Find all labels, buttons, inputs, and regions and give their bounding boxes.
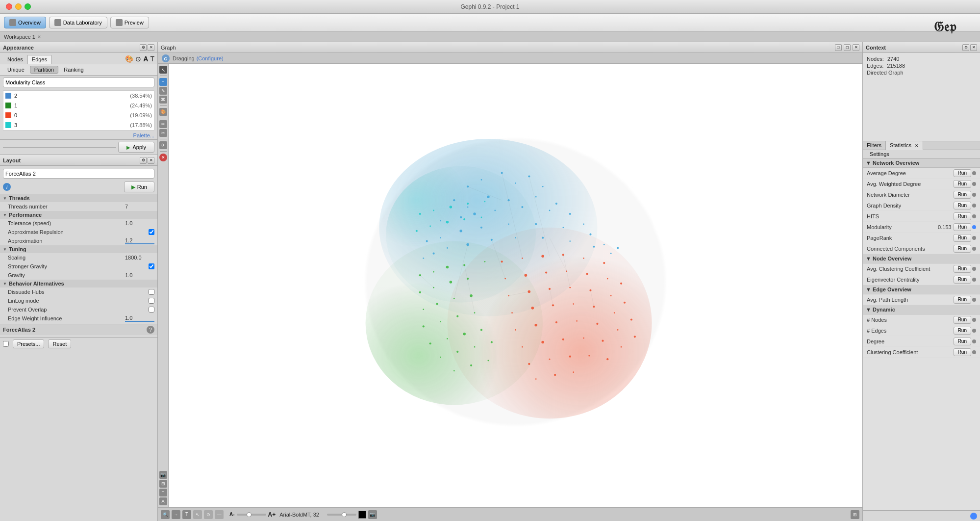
apply-button[interactable]: ▶ Apply [118, 142, 154, 153]
modularity-run-btn[interactable]: Run [954, 223, 971, 231]
dissuade-hubs-checkbox[interactable] [149, 289, 154, 295]
color-item-2[interactable]: 2 (38.54%) [3, 91, 154, 101]
paint-tool[interactable]: 🎨 [159, 108, 167, 116]
node-tool[interactable]: ⊙ [204, 510, 213, 519]
prevent-overlap-row: Prevent Overlap [0, 305, 157, 314]
svg-point-100 [573, 303, 574, 305]
layout-settings-btn[interactable]: ⚙ [140, 157, 147, 164]
color-item-0[interactable]: 0 (19.09%) [3, 110, 154, 120]
avg-weighted-degree-run-btn[interactable]: Run [954, 180, 971, 188]
font-selector[interactable]: Arial-BoldMT, 32 [277, 512, 321, 518]
text-label-tool[interactable]: T [182, 510, 191, 519]
magnify-tool[interactable]: 🔍 [161, 510, 170, 519]
grid-tool[interactable]: ⊞ [159, 480, 167, 488]
minimize-button[interactable] [15, 3, 22, 10]
svg-point-111 [522, 346, 523, 348]
avg-degree-row: Average Degree Run [863, 168, 980, 179]
tab-nodes[interactable]: Nodes [3, 55, 27, 64]
overview-button[interactable]: Overview [4, 17, 46, 28]
workspace-tab[interactable]: Workspace 1 ✕ [4, 34, 41, 40]
text-tool[interactable]: T [159, 489, 167, 496]
size-icon[interactable]: ⊙ [135, 55, 141, 63]
subtab-ranking[interactable]: Ranking [59, 66, 88, 74]
linlog-checkbox[interactable] [149, 298, 154, 304]
zoom-in-tool[interactable]: + [159, 78, 167, 86]
avg-path-run-btn[interactable]: Run [954, 296, 971, 304]
reset-button[interactable]: Reset [48, 339, 71, 348]
workspace-tab-close[interactable]: ✕ [37, 34, 41, 39]
stronger-gravity-checkbox[interactable] [149, 263, 154, 269]
graph-close-btn[interactable]: ✕ [853, 44, 859, 51]
hits-run-btn[interactable]: Run [954, 212, 971, 220]
color-picker[interactable] [358, 511, 366, 519]
connected-components-run-btn[interactable]: Run [954, 245, 971, 253]
layout-close-btn[interactable]: ✕ [148, 157, 154, 164]
pagerank-run-btn[interactable]: Run [954, 234, 971, 242]
layout-algorithm-dropdown[interactable]: ForceAtlas 2 [3, 169, 154, 179]
context-section: Nodes: 2740 Edges: 215188 Directed Graph [863, 53, 980, 141]
stats-tab-close[interactable]: ✕ [915, 143, 919, 148]
arrow-tool[interactable]: → [172, 510, 180, 519]
presets-button[interactable]: Presets... [13, 339, 44, 348]
tab-filters[interactable]: Filters [863, 141, 886, 150]
degree-run-btn[interactable]: Run [954, 338, 971, 345]
erase-tool[interactable]: ✂ [159, 129, 167, 137]
configure-link[interactable]: (Configure) [197, 55, 224, 61]
num-nodes-run-btn[interactable]: Run [954, 316, 971, 324]
appearance-settings-btn[interactable]: ⚙ [140, 44, 147, 51]
avg-clustering-run-btn[interactable]: Run [954, 265, 971, 273]
subtab-partition[interactable]: Partition [30, 66, 58, 74]
palette-link[interactable]: Palette... [0, 131, 157, 139]
info-icon[interactable]: i [3, 183, 11, 191]
reset-tool[interactable]: ✕ [159, 154, 167, 161]
fullscreen-btn[interactable]: ⊞ [851, 510, 859, 519]
layout-dropdown-row: ForceAtlas 2 [0, 168, 157, 181]
graph-density-run-btn[interactable]: Run [954, 202, 971, 209]
tool-separator-3 [160, 118, 167, 118]
maximize-button[interactable] [25, 3, 31, 10]
appearance-close-btn[interactable]: ✕ [148, 44, 154, 51]
approx-repulsion-checkbox[interactable] [149, 229, 154, 235]
label-size-icon[interactable]: T [150, 55, 154, 63]
edge-tool[interactable]: — [215, 510, 224, 519]
prevent-overlap-checkbox[interactable] [149, 307, 154, 313]
label-icon[interactable]: A [143, 55, 148, 63]
tab-settings[interactable]: Settings [866, 150, 893, 158]
cursor-tool[interactable]: ↖ [193, 510, 202, 519]
font-size-slider[interactable] [237, 514, 266, 516]
move-tool[interactable]: ✈ [159, 141, 167, 149]
graph-maximize-btn[interactable]: ◻ [844, 44, 851, 51]
subtab-unique[interactable]: Unique [3, 66, 29, 74]
close-button[interactable] [6, 3, 12, 10]
eigenvector-run-btn[interactable]: Run [954, 276, 971, 284]
network-diameter-run-btn[interactable]: Run [954, 191, 971, 199]
tab-statistics[interactable]: Statistics ✕ [886, 141, 923, 150]
color-slider[interactable] [327, 514, 356, 516]
clustering-coeff-run-btn[interactable]: Run [954, 348, 971, 356]
color-item-3[interactable]: 3 (17.88%) [3, 120, 154, 130]
help-button[interactable]: ? [147, 326, 154, 334]
preview-button[interactable]: Preview [110, 17, 149, 28]
select-tool[interactable]: ↖ [159, 66, 167, 74]
pencil-tool[interactable]: ✏ [159, 120, 167, 128]
tab-edges[interactable]: Edges [27, 55, 51, 64]
run-button[interactable]: ▶ Run [124, 182, 154, 192]
context-settings-btn[interactable]: ⚙ [962, 44, 969, 51]
avg-degree-run-btn[interactable]: Run [954, 169, 971, 177]
right-panel: Context ⚙ ✕ Nodes: 2740 Edges: 215188 Di… [862, 42, 980, 521]
screenshot-tool[interactable]: 📷 [159, 471, 167, 479]
right-panel-bottom [863, 510, 980, 521]
screenshot-btn[interactable]: 📷 [368, 510, 377, 519]
brush-tool[interactable]: ✎ [159, 87, 167, 95]
lasso-tool[interactable]: ⌘ [159, 96, 167, 104]
presets-checkbox[interactable] [3, 341, 9, 347]
label-tool[interactable]: A [159, 497, 167, 505]
data-laboratory-button[interactable]: Data Laboratory [49, 17, 107, 28]
graph-minimize-btn[interactable]: □ [835, 44, 842, 51]
modularity-dropdown[interactable]: Modularity Class [3, 78, 154, 87]
graph-canvas[interactable]: ↖ + ✎ ⌘ 🎨 ✏ ✂ ✈ ✕ 📷 ⊞ T A [158, 64, 862, 507]
context-close-btn[interactable]: ✕ [970, 44, 977, 51]
color-item-1[interactable]: 1 (24.49%) [3, 101, 154, 110]
num-edges-run-btn[interactable]: Run [954, 327, 971, 335]
color-icon[interactable]: 🎨 [125, 55, 133, 63]
